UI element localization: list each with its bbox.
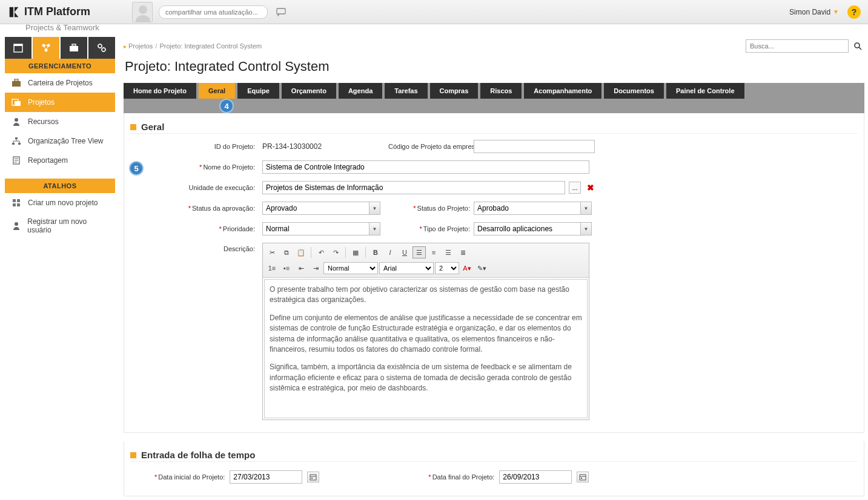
rte-underline-icon[interactable]: U	[398, 246, 411, 258]
panel-title: Geral	[141, 122, 164, 132]
tab-general[interactable]: Geral	[199, 83, 235, 99]
search-input[interactable]	[746, 39, 849, 53]
tab-purchases[interactable]: Compras	[430, 83, 479, 99]
rte-format-select[interactable]: Normal	[323, 262, 378, 274]
tab-team[interactable]: Equipe	[237, 83, 279, 99]
remove-button[interactable]: ✖	[585, 182, 597, 194]
tab-documents[interactable]: Documentos	[604, 83, 664, 99]
tab-dashboard[interactable]: Painel de Controle	[666, 83, 744, 99]
rich-text-editor: ✂ ⧉ 📋 ↶ ↷ ▦ B I U	[262, 243, 589, 420]
panel-title-row: Entrada de folha de tempo	[130, 450, 858, 462]
nav-icon-settings[interactable]	[88, 37, 115, 59]
calendar-button[interactable]	[307, 472, 319, 482]
tab-home[interactable]: Home do Projeto	[124, 83, 196, 99]
rte-table-icon[interactable]: ▦	[349, 246, 362, 258]
svg-rect-5	[14, 44, 22, 46]
panel-timesheet: Entrada de folha de tempo *Data inicial …	[124, 441, 864, 496]
sidebar-item-orgtree[interactable]: Organização Tree View	[5, 131, 115, 151]
tab-followup[interactable]: Acompanhamento	[524, 83, 601, 99]
select-approval-status[interactable]	[262, 202, 380, 215]
nav-icons-row	[5, 37, 115, 59]
sidebar-shortcuts-header: ATALHOS	[5, 179, 115, 193]
panel-title: Entrada de folha de tempo	[141, 450, 255, 460]
tree-icon	[11, 136, 22, 146]
rte-content[interactable]: O presente trabalho tem por objetivo car…	[264, 279, 588, 418]
nav-icon-calendar[interactable]	[5, 37, 31, 59]
sidebar-item-portfolio[interactable]: Carteira de Projetos	[5, 73, 115, 93]
label-project-type: Tipo de Projeto:	[423, 225, 470, 232]
share-update-input[interactable]	[159, 5, 268, 19]
rte-size-select[interactable]: 2	[435, 262, 459, 274]
projects-icon	[11, 97, 22, 107]
rte-fontcolor-icon[interactable]: A▾	[460, 262, 474, 274]
sidebar-section-header: GERENCIAMENTO	[5, 59, 115, 73]
tabs-row: Home do Projeto Geral Equipe Orçamento A…	[124, 83, 864, 99]
svg-rect-30	[580, 475, 586, 480]
input-company-code[interactable]	[474, 140, 595, 153]
input-exec-unit[interactable]	[262, 181, 565, 194]
breadcrumb-item: Projeto: Integrated Control System	[159, 42, 262, 50]
nav-icon-management[interactable]	[33, 37, 59, 59]
form-grid: ID do Projeto: PR-134-13030002 Código de…	[148, 140, 724, 420]
rte-outdent-icon[interactable]: ⇤	[294, 262, 308, 274]
svg-point-27	[855, 43, 860, 48]
picker-button[interactable]: ...	[569, 182, 581, 194]
step-badge-5: 5	[129, 161, 144, 176]
shortcut-new-project[interactable]: Criar um novo projeto	[5, 193, 115, 212]
sidebar-item-resources[interactable]: Recursos	[5, 112, 115, 131]
rte-redo-icon[interactable]: ↷	[329, 246, 342, 258]
label-description: Descrição:	[148, 243, 257, 252]
rte-ol-icon[interactable]: 1≡	[265, 262, 279, 274]
tab-tasks[interactable]: Tarefas	[385, 83, 427, 99]
sidebar-item-reporting[interactable]: Reportagem	[5, 151, 115, 170]
description-paragraph: O presente trabalho tem por objetivo car…	[270, 285, 582, 306]
value-project-id: PR-134-13030002	[262, 142, 383, 151]
chat-icon[interactable]	[276, 8, 286, 16]
search-button[interactable]	[851, 39, 864, 53]
select-priority[interactable]	[262, 222, 380, 235]
rte-ul-icon[interactable]: •≡	[280, 262, 293, 274]
sidebar: GERENCIAMENTO Carteira de Projetos Proje…	[0, 36, 120, 500]
select-project-type[interactable]	[474, 222, 592, 235]
rte-cut-icon[interactable]: ✂	[265, 246, 279, 258]
rte-font-select[interactable]: Arial	[379, 262, 434, 274]
input-end-date[interactable]	[499, 470, 572, 484]
rte-italic-icon[interactable]: I	[383, 246, 397, 258]
brand-name: ITM Platform	[24, 5, 90, 18]
nav-icon-briefcase[interactable]	[61, 37, 87, 59]
shortcut-label: Registrar um novo usuário	[27, 217, 109, 234]
rte-paste-icon[interactable]: 📋	[294, 246, 308, 258]
help-button[interactable]: ?	[847, 5, 861, 19]
sidebar-item-projects[interactable]: Projetos	[5, 93, 115, 112]
rte-align-right-icon[interactable]: ☰	[442, 246, 455, 258]
user-menu-caret-icon[interactable]: ▼	[833, 8, 839, 15]
rte-undo-icon[interactable]: ↶	[314, 246, 328, 258]
tab-risks[interactable]: Riscos	[480, 83, 522, 99]
sidebar-item-label: Recursos	[28, 117, 59, 126]
rte-align-justify-icon[interactable]: ≣	[456, 246, 469, 258]
grid-icon	[11, 198, 22, 208]
panel-title-row: Geral	[130, 122, 858, 134]
rte-copy-icon[interactable]: ⧉	[280, 246, 293, 258]
svg-rect-10	[72, 44, 76, 46]
rte-indent-icon[interactable]: ⇥	[309, 262, 322, 274]
input-project-name[interactable]	[262, 160, 589, 174]
breadcrumb-item[interactable]: Projetos	[128, 42, 153, 50]
avatar[interactable]	[132, 2, 153, 22]
select-project-status[interactable]	[474, 202, 592, 215]
label-project-status: Status do Projeto:	[417, 205, 470, 212]
tab-budget[interactable]: Orçamento	[282, 83, 336, 99]
rte-toolbar: ✂ ⧉ 📋 ↶ ↷ ▦ B I U	[263, 243, 589, 278]
breadcrumb-sep: /	[155, 42, 157, 50]
rte-bold-icon[interactable]: B	[369, 246, 382, 258]
label-approval-status: *Status da aprovação:	[148, 205, 257, 212]
rte-align-center-icon[interactable]: ≡	[427, 246, 440, 258]
username-label[interactable]: Simon David	[789, 8, 830, 16]
rte-highlight-icon[interactable]: ✎▾	[475, 262, 488, 274]
shortcut-new-user[interactable]: Registrar um novo usuário	[5, 212, 115, 239]
calendar-button[interactable]	[577, 472, 589, 482]
rte-align-left-icon[interactable]: ☰	[412, 246, 426, 258]
tab-schedule[interactable]: Agenda	[339, 83, 382, 99]
svg-point-12	[102, 48, 105, 51]
input-start-date[interactable]	[230, 470, 302, 484]
